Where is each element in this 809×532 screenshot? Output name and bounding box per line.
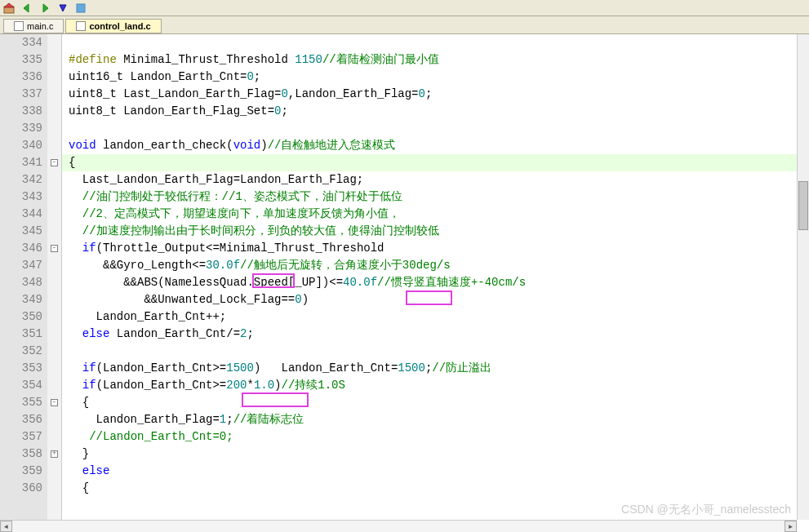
fold-toggle[interactable]: -: [51, 245, 58, 252]
line-number: 343: [0, 188, 42, 206]
tab-label: control_land.c: [89, 21, 150, 31]
horizontal-scrollbar[interactable]: ◄ ►: [0, 520, 797, 532]
file-icon: [76, 21, 86, 31]
stop-icon[interactable]: [75, 2, 87, 14]
line-number: 346: [0, 240, 42, 257]
line-number: 335: [0, 51, 42, 69]
line-number: 349: [0, 291, 42, 308]
svg-rect-5: [77, 4, 85, 12]
line-number: 345: [0, 223, 42, 240]
code-line[interactable]: if(Landon_Earth_Cnt>=1500) Landon_Earth_…: [69, 360, 809, 377]
code-line[interactable]: {: [69, 154, 809, 171]
line-number: 341: [0, 154, 42, 171]
line-number: 353: [0, 360, 42, 377]
svg-marker-2: [24, 4, 29, 12]
file-icon: [14, 21, 24, 31]
forward-icon[interactable]: [39, 2, 51, 14]
code-line[interactable]: if(Throttle_Output<=Minimal_Thrust_Thres…: [69, 240, 809, 257]
line-number: 348: [0, 274, 42, 291]
code-line[interactable]: //油门控制处于较低行程：//1、姿态模式下，油门杆处于低位: [69, 188, 809, 206]
back-icon[interactable]: [21, 2, 33, 14]
reload-icon[interactable]: [57, 2, 69, 14]
line-number: 357: [0, 428, 42, 446]
line-number: 354: [0, 377, 42, 394]
code-editor[interactable]: 3343353363373383393403413423433443453463…: [0, 34, 809, 520]
tab-label: main.c: [27, 21, 53, 31]
code-line[interactable]: if(Landon_Earth_Cnt>=200*1.0)//持续1.0S: [69, 377, 809, 394]
svg-marker-1: [4, 3, 14, 7]
toolbar: [0, 0, 809, 16]
code-line[interactable]: [69, 34, 809, 51]
fold-toggle[interactable]: -: [51, 399, 58, 406]
fold-toggle[interactable]: -: [51, 159, 58, 166]
line-number: 336: [0, 69, 42, 86]
fold-toggle[interactable]: +: [51, 450, 58, 458]
scroll-left-button[interactable]: ◄: [0, 521, 12, 532]
line-number: 359: [0, 463, 42, 480]
code-line[interactable]: uint8_t Landon_Earth_Flag_Set=0;: [69, 103, 809, 120]
code-line[interactable]: &&Gyro_Length<=30.0f//触地后无旋转，合角速度小于30deg…: [69, 257, 809, 274]
line-number: 351: [0, 326, 42, 343]
svg-marker-4: [60, 5, 66, 11]
code-line[interactable]: void landon_earth_check(void)//自检触地进入怠速模…: [69, 137, 809, 154]
line-number: 334: [0, 34, 42, 51]
code-line[interactable]: uint8_t Last_Landon_Earth_Flag=0,Landon_…: [69, 86, 809, 103]
scrollbar-track[interactable]: [12, 521, 785, 532]
code-line[interactable]: uint16_t Landon_Earth_Cnt=0;: [69, 69, 809, 86]
code-line[interactable]: #define Minimal_Thrust_Threshold 1150//着…: [69, 51, 809, 69]
code-line[interactable]: //加速度控制输出由于长时间积分，到负的较大值，使得油门控制较低: [69, 223, 809, 240]
code-line[interactable]: {: [69, 394, 809, 411]
code-line[interactable]: [69, 343, 809, 360]
code-line[interactable]: Landon_Earth_Flag=1;//着陆标志位: [69, 411, 809, 428]
scroll-right-button[interactable]: ►: [785, 521, 797, 532]
line-number: 339: [0, 120, 42, 137]
line-number: 342: [0, 171, 42, 188]
code-line[interactable]: {: [69, 480, 809, 497]
code-line[interactable]: else: [69, 463, 809, 480]
fold-column: ---+: [47, 34, 62, 520]
line-number: 347: [0, 257, 42, 274]
code-line[interactable]: //2、定高模式下，期望速度向下，单加速度环反馈为角小值，: [69, 206, 809, 223]
line-number: 350: [0, 308, 42, 326]
code-line[interactable]: }: [69, 446, 809, 463]
line-number: 358: [0, 446, 42, 463]
line-number: 344: [0, 206, 42, 223]
tab-main-c[interactable]: main.c: [3, 19, 64, 33]
code-line[interactable]: //Landon_Earth_Cnt=0;: [69, 428, 809, 446]
toolbar-icon[interactable]: [3, 2, 15, 14]
code-line[interactable]: Last_Landon_Earth_Flag=Landon_Earth_Flag…: [69, 171, 809, 188]
line-number-gutter: 3343353363373383393403413423433443453463…: [0, 34, 47, 520]
line-number: 338: [0, 103, 42, 120]
tab-bar: main.c control_land.c: [0, 16, 809, 34]
code-line[interactable]: [69, 120, 809, 137]
code-area[interactable]: #define Minimal_Thrust_Threshold 1150//着…: [62, 34, 809, 520]
code-line[interactable]: else Landon_Earth_Cnt/=2;: [69, 326, 809, 343]
tab-control-land-c[interactable]: control_land.c: [65, 19, 161, 33]
code-line[interactable]: &&Unwanted_Lock_Flag==0): [69, 291, 809, 308]
line-number: 356: [0, 411, 42, 428]
code-line[interactable]: &&ABS(NamelessQuad.Speed[_UP])<=40.0f//惯…: [69, 274, 809, 291]
svg-marker-3: [43, 4, 48, 12]
line-number: 355: [0, 394, 42, 411]
line-number: 337: [0, 86, 42, 103]
line-number: 340: [0, 137, 42, 154]
line-number: 352: [0, 343, 42, 360]
code-line[interactable]: Landon_Earth_Cnt++;: [69, 308, 809, 326]
line-number: 360: [0, 480, 42, 497]
